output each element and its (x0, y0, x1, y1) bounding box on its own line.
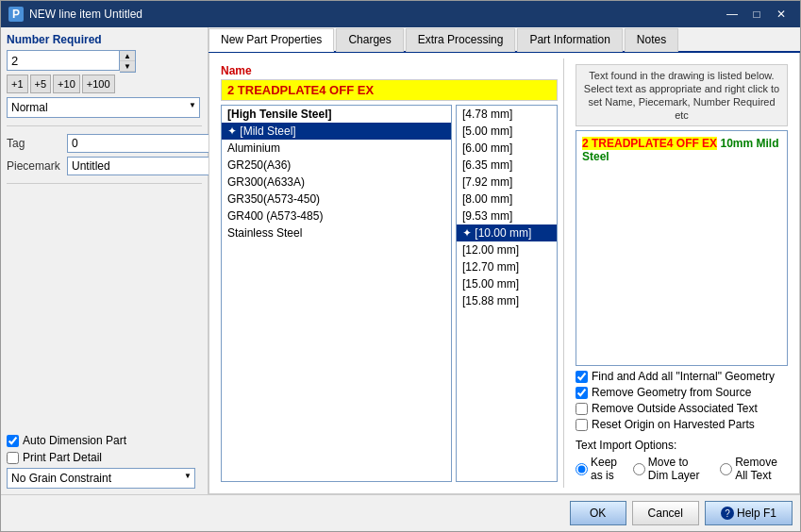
spinner-down[interactable]: ▼ (120, 61, 135, 72)
number-required-label: Number Required (7, 33, 202, 46)
radio-keep-label: Keep as is (591, 456, 624, 482)
size-item[interactable]: [15.00 mm] (457, 275, 557, 292)
size-item[interactable]: [5.00 mm] (457, 123, 557, 140)
remove-outside-checkbox[interactable] (576, 403, 588, 415)
remove-outside-label: Remove Outside Associated Text (592, 402, 758, 415)
tag-input[interactable] (67, 134, 218, 153)
size-item[interactable]: [9.53 mm] (457, 208, 557, 224)
number-spinner: ▲ ▼ (120, 50, 136, 73)
radio-dim-input[interactable] (633, 463, 645, 475)
size-item[interactable]: ✦ [10.00 mm] (457, 224, 557, 241)
text-import-label: Text Import Options: (576, 439, 676, 452)
size-item[interactable]: [8.00 mm] (457, 191, 557, 208)
grain-dropdown-wrapper: No Grain Constraint Grain Along Length G… (7, 468, 195, 489)
help-icon: ? (721, 507, 734, 520)
tab-bar: New Part Properties Charges Extra Proces… (209, 27, 800, 53)
tab-extra-processing[interactable]: Extra Processing (406, 28, 516, 52)
left-panel: Number Required ▲ ▼ +1 +5 +10 +100 (1, 27, 209, 494)
right-panel: New Part Properties Charges Extra Proces… (209, 27, 800, 494)
material-item[interactable]: Stainless Steel (222, 224, 451, 241)
material-item[interactable]: GR350(A573-450) (222, 191, 451, 208)
find-geometry-label: Find and Add all "Internal" Geometry (592, 370, 775, 383)
grain-dropdown[interactable]: No Grain Constraint Grain Along Length G… (7, 468, 195, 489)
material-item[interactable]: GR400 (A573-485) (222, 208, 451, 224)
title-bar: P NEW line item Untitled — □ ✕ (1, 1, 800, 27)
size-item[interactable]: [12.00 mm] (457, 241, 557, 258)
title-bar-left: P NEW line item Untitled (8, 7, 142, 22)
material-item[interactable]: [High Tensile Steel] (222, 106, 451, 123)
close-button[interactable]: ✕ (770, 6, 793, 23)
inc-btn-100[interactable]: +100 (82, 75, 115, 93)
piecemark-input[interactable] (67, 157, 218, 175)
number-input[interactable] (7, 50, 120, 71)
number-required-section: Number Required ▲ ▼ +1 +5 +10 +100 (7, 33, 202, 93)
title-controls: — □ ✕ (721, 6, 793, 23)
radio-remove-label: Remove All Text (735, 456, 788, 482)
footer: OK Cancel ? Help F1 (1, 494, 800, 531)
radio-remove-input[interactable] (720, 463, 732, 475)
find-geometry-checkbox[interactable] (576, 371, 588, 383)
tab-content: Name 2 TREADPLATE4 OFF EX [High Tensile … (209, 53, 800, 494)
radio-dim-label: Move to Dim Layer (648, 456, 710, 482)
help-button[interactable]: ? Help F1 (705, 501, 793, 525)
checkbox-find-geometry: Find and Add all "Internal" Geometry (576, 370, 788, 383)
text-import-row: Text Import Options: (576, 439, 788, 452)
tab-charges[interactable]: Charges (336, 28, 403, 52)
name-value[interactable]: 2 TREADPLATE4 OFF EX (221, 79, 558, 101)
auto-dimension-label: Auto Dimension Part (23, 434, 126, 447)
ok-button[interactable]: OK (570, 501, 626, 525)
app-icon: P (8, 7, 24, 22)
radio-keep-input[interactable] (576, 463, 588, 475)
print-detail-row: Print Part Detail (7, 451, 202, 464)
maximize-button[interactable]: □ (745, 6, 768, 23)
size-item[interactable]: [4.78 mm] (457, 106, 557, 123)
inc-btn-5[interactable]: +5 (30, 75, 52, 93)
tab-new-part-properties[interactable]: New Part Properties (209, 28, 334, 52)
bottom-options: Auto Dimension Part Print Part Detail No… (7, 434, 202, 489)
window-title: NEW line item Untitled (29, 8, 142, 21)
name-section: Name 2 TREADPLATE4 OFF EX (221, 64, 558, 101)
size-item[interactable]: [7.92 mm] (457, 174, 557, 191)
size-item[interactable]: [6.35 mm] (457, 157, 557, 174)
radio-keep-as-is[interactable]: Keep as is (576, 456, 624, 482)
divider-2 (7, 183, 202, 184)
material-item[interactable]: GR250(A36) (222, 157, 451, 174)
material-item[interactable]: Aluminium (222, 140, 451, 157)
checkbox-remove-outside: Remove Outside Associated Text (576, 402, 788, 415)
inc-btn-10[interactable]: +10 (53, 75, 80, 93)
reset-origin-checkbox[interactable] (576, 419, 588, 431)
material-item[interactable]: GR300(A633A) (222, 174, 451, 191)
size-item[interactable]: [6.00 mm] (457, 140, 557, 157)
auto-dimension-checkbox[interactable] (7, 435, 19, 447)
divider-1 (7, 125, 202, 126)
material-item[interactable]: ✦ [Mild Steel] (222, 123, 451, 140)
left-tab-area: Name 2 TREADPLATE4 OFF EX [High Tensile … (215, 58, 564, 488)
remove-geometry-checkbox[interactable] (576, 387, 588, 399)
normal-dropdown-wrapper: Normal Mirrored Rotated (7, 97, 200, 118)
inc-btn-1[interactable]: +1 (7, 75, 28, 93)
radio-remove-all[interactable]: Remove All Text (720, 456, 788, 482)
main-window: P NEW line item Untitled — □ ✕ Number Re… (0, 0, 801, 532)
size-item[interactable]: [12.70 mm] (457, 258, 557, 275)
cancel-button[interactable]: Cancel (632, 501, 699, 525)
right-tab-area: Text found in the drawing is listed belo… (570, 58, 793, 488)
text-display-area[interactable]: 2 TREADPLATE4 OFF EX 10mm Mild Steel (576, 130, 788, 366)
tab-notes[interactable]: Notes (625, 28, 678, 52)
normal-dropdown-row: Normal Mirrored Rotated (7, 97, 202, 118)
minimize-button[interactable]: — (721, 6, 743, 23)
tab-part-information[interactable]: Part Information (517, 28, 622, 52)
name-label: Name (221, 64, 558, 77)
material-list[interactable]: [High Tensile Steel] ✦ [Mild Steel] Alum… (221, 105, 452, 482)
spinner-up[interactable]: ▲ (120, 51, 135, 61)
tag-row: Tag (7, 134, 202, 153)
size-list[interactable]: [4.78 mm] [5.00 mm] [6.00 mm] [6.35 mm] … (457, 106, 557, 481)
tag-label: Tag (7, 137, 63, 150)
radio-group: Keep as is Move to Dim Layer Remove All … (576, 456, 788, 482)
radio-move-to-dim[interactable]: Move to Dim Layer (633, 456, 710, 482)
auto-dimension-row: Auto Dimension Part (7, 434, 202, 447)
normal-dropdown[interactable]: Normal Mirrored Rotated (7, 97, 200, 118)
print-detail-checkbox[interactable] (7, 452, 19, 464)
instruction-box: Text found in the drawing is listed belo… (576, 64, 788, 126)
text-yellow-part: 2 TREADPLATE4 OFF EX (582, 137, 717, 150)
size-item[interactable]: [15.88 mm] (457, 292, 557, 309)
